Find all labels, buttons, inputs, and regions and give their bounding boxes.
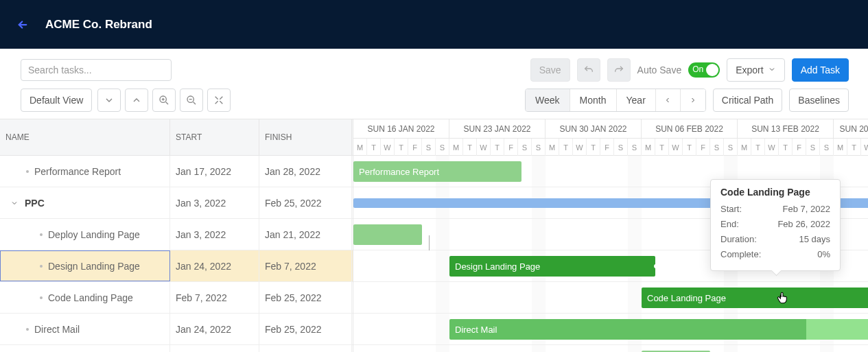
- table-row[interactable]: PPC Jan 3, 2022 Feb 25, 2022: [0, 187, 353, 219]
- export-button[interactable]: Export: [727, 58, 784, 82]
- cell-finish[interactable]: Feb 11, 2022: [259, 345, 352, 352]
- chevron-down-icon[interactable]: [10, 199, 19, 207]
- timeline-day: W: [669, 139, 683, 156]
- cell-start[interactable]: Jan 24, 2022: [170, 314, 259, 344]
- timeline-day: T: [655, 139, 669, 156]
- task-name: Deploy Landing Page: [48, 229, 140, 240]
- task-name: Code Landing Page: [48, 292, 133, 303]
- timeline-day: M: [449, 139, 463, 156]
- col-header-name[interactable]: NAME: [0, 119, 170, 155]
- bar-edge-handle[interactable]: [653, 263, 655, 270]
- timeline-week: SUN 16 JAN 2022: [353, 119, 449, 138]
- gantt-bar[interactable]: Code Landing Page: [642, 288, 868, 308]
- range-year[interactable]: Year: [617, 89, 656, 111]
- timeline-day: S: [806, 139, 820, 156]
- expand-button[interactable]: [207, 89, 231, 112]
- critical-path-button[interactable]: Critical Path: [713, 89, 782, 112]
- timeline-day: F: [793, 139, 806, 156]
- task-tooltip: Code Landing Page Start:Feb 7, 2022 End:…: [710, 179, 841, 271]
- nav-prev-button[interactable]: [656, 89, 681, 111]
- add-task-button[interactable]: Add Task: [792, 58, 849, 82]
- timeline-day: T: [847, 139, 861, 156]
- timeline-day: T: [367, 139, 381, 156]
- gantt-bar[interactable]: [353, 224, 422, 245]
- timeline-day: T: [587, 139, 600, 156]
- autosave-label: Auto Save: [637, 64, 682, 75]
- zoom-in-button[interactable]: [152, 89, 176, 112]
- top-bar: ACME Co. Rebrand: [0, 0, 868, 49]
- timeline-day: T: [559, 139, 573, 156]
- bullet-icon: [40, 296, 43, 299]
- zoom-out-button[interactable]: [180, 89, 203, 112]
- cell-finish[interactable]: Jan 21, 2022: [259, 219, 352, 250]
- cell-finish[interactable]: Feb 25, 2022: [259, 282, 352, 313]
- range-group: Week Month Year: [525, 89, 706, 112]
- range-week[interactable]: Week: [526, 89, 570, 111]
- autosave-toggle[interactable]: On: [688, 62, 720, 78]
- gantt-bar[interactable]: Design Landing Page: [449, 256, 655, 277]
- gantt-bar[interactable]: Performance Report: [353, 161, 521, 182]
- timeline-day: W: [573, 139, 587, 156]
- baselines-button[interactable]: Baselines: [789, 89, 849, 112]
- timeline-day: S: [422, 139, 436, 156]
- timeline-week: SUN 06 FEB 2022: [642, 119, 738, 138]
- toggle-knob: [706, 64, 718, 76]
- timeline-day: M: [738, 139, 751, 156]
- range-month[interactable]: Month: [570, 89, 617, 111]
- main-area: NAME START FINISH Performance Report Jan…: [0, 119, 868, 352]
- timeline-day: S: [436, 139, 449, 156]
- task-name: Design Landing Page: [48, 261, 140, 272]
- timeline-week: SUN 13 FEB 2022: [738, 119, 834, 138]
- cell-finish[interactable]: Jan 28, 2022: [259, 156, 352, 187]
- table-row[interactable]: Deploy Landing Page Jan 3, 2022 Jan 21, …: [0, 219, 353, 250]
- task-grid: NAME START FINISH Performance Report Jan…: [0, 119, 353, 352]
- table-row[interactable]: Design Landing Page Jan 24, 2022 Feb 7, …: [0, 250, 353, 282]
- timeline-day: F: [696, 139, 710, 156]
- cell-finish[interactable]: Feb 25, 2022: [259, 314, 352, 344]
- timeline-day: F: [408, 139, 422, 156]
- timeline-day: M: [642, 139, 655, 156]
- search-input[interactable]: [21, 59, 172, 81]
- timeline-day: T: [779, 139, 793, 156]
- col-header-start[interactable]: START: [170, 119, 259, 155]
- cell-finish[interactable]: Feb 7, 2022: [259, 250, 352, 281]
- cell-start[interactable]: Jan 3, 2022: [170, 187, 259, 218]
- table-row[interactable]: Code Landing Page Feb 7, 2022 Feb 25, 20…: [0, 282, 353, 314]
- cell-start[interactable]: Feb 7, 2022: [170, 282, 259, 313]
- timeline-day: S: [518, 139, 532, 156]
- table-row[interactable]: Direct Mail Jan 24, 2022 Feb 25, 2022: [0, 314, 353, 345]
- cell-start[interactable]: Jan 24, 2022: [170, 250, 259, 281]
- chevron-down-button[interactable]: [97, 89, 121, 112]
- gantt-bar[interactable]: Direct Mail: [449, 319, 868, 340]
- timeline-day: M: [353, 139, 367, 156]
- task-name: Performance Report: [34, 166, 121, 177]
- toolbar-primary: Save Auto Save On Export Add Task: [0, 49, 868, 86]
- table-row[interactable]: Performance Report Jan 17, 2022 Jan 28, …: [0, 156, 353, 187]
- timeline-day: S: [614, 139, 628, 156]
- gantt-timeline: SUN 16 JAN 2022 SUN 23 JAN 2022 SUN 30 J…: [353, 119, 868, 352]
- cell-start[interactable]: Jan 17, 2022: [170, 156, 259, 187]
- table-row[interactable]: Report to Management Jan 31, 2022 Feb 11…: [0, 345, 353, 352]
- save-button: Save: [530, 58, 570, 82]
- timeline-body: Performance Report Design Landing Page: [353, 156, 868, 352]
- cell-finish[interactable]: Feb 25, 2022: [259, 187, 352, 218]
- bullet-icon: [40, 233, 43, 236]
- grid-body: Performance Report Jan 17, 2022 Jan 28, …: [0, 156, 353, 352]
- timeline-day: M: [834, 139, 847, 156]
- default-view-button[interactable]: Default View: [21, 89, 92, 112]
- undo-button: [577, 58, 600, 82]
- cell-start[interactable]: Jan 3, 2022: [170, 219, 259, 250]
- timeline-day: F: [600, 139, 614, 156]
- project-title: ACME Co. Rebrand: [45, 18, 152, 32]
- timeline-day: M: [546, 139, 559, 156]
- cell-start[interactable]: Jan 31, 2022: [170, 345, 259, 352]
- col-header-finish[interactable]: FINISH: [259, 119, 352, 155]
- nav-next-button[interactable]: [681, 89, 705, 111]
- toolbar-secondary: Default View Week Month Year: [0, 86, 868, 119]
- timeline-week: SUN 30 JAN 2022: [546, 119, 642, 138]
- timeline-day: S: [628, 139, 642, 156]
- chevron-up-button[interactable]: [125, 89, 148, 112]
- back-icon[interactable]: [16, 19, 29, 31]
- timeline-day: S: [532, 139, 546, 156]
- task-name: Direct Mail: [34, 324, 80, 335]
